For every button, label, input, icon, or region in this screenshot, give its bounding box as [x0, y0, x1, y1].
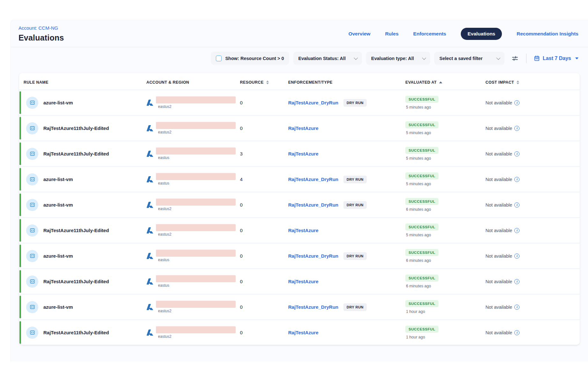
info-icon[interactable]: i [514, 254, 519, 259]
table-row[interactable]: RajTestAzure11thJuly-Edited eastus2 0 Ra… [19, 115, 580, 140]
enforcement-link[interactable]: RajTestAzure [288, 279, 319, 284]
col-resource[interactable]: RESOURCE [236, 80, 284, 85]
col-evaluated-at[interactable]: EVALUATED AT [401, 80, 481, 85]
table-row[interactable]: azure-list-vm eastus 0 RajTestAzure_DryR… [19, 243, 580, 268]
cost-impact-cell: Not available i [481, 228, 580, 233]
module-nav: OverviewRulesEnforcementsEvaluationsReco… [349, 28, 578, 40]
filter-bar: Show: Resource Count > 0 Evaluation Stat… [11, 47, 588, 69]
status-badge: SUCCESSFUL [405, 172, 438, 179]
evaluated-time: 5 minutes ago [405, 131, 481, 135]
evaluated-time: 5 minutes ago [405, 182, 481, 186]
status-badge: SUCCESSFUL [405, 300, 438, 307]
azure-icon [146, 302, 154, 312]
table-row[interactable]: RajTestAzure11thJuly-Edited eastus2 0 Ra… [19, 319, 580, 345]
enforcement-cell: RajTestAzure [284, 279, 401, 284]
date-range-picker[interactable]: Last 7 Days [534, 55, 578, 61]
saved-filter-select[interactable]: Select a saved filter [434, 52, 504, 65]
resource-count: 0 [236, 100, 284, 105]
nav-tab-recommendation-insights[interactable]: Recommendation Insights [517, 31, 578, 37]
nav-tab-rules[interactable]: Rules [385, 31, 399, 37]
calendar-icon [534, 55, 540, 61]
evaluation-status-dropdown[interactable]: Evaluation Status: All [293, 52, 362, 65]
azure-icon [146, 123, 154, 133]
col-rule-name: RULE NAME [19, 80, 142, 85]
cost-impact-cell: Not available i [481, 279, 580, 284]
region-label: eastus2 [156, 130, 236, 134]
table-row[interactable]: RajTestAzure11thJuly-Edited eastus 3 Raj… [19, 140, 580, 166]
cost-impact-cell: Not available i [481, 177, 580, 182]
row-status-accent [19, 117, 21, 140]
col-account-region: ACCOUNT & REGION [142, 80, 236, 85]
cost-impact-cell: Not available i [481, 202, 580, 208]
enforcement-link[interactable]: RajTestAzure_DryRun [288, 202, 338, 208]
redacted-account-name [156, 250, 236, 257]
enforcement-link[interactable]: RajTestAzure [288, 151, 319, 156]
rule-icon [26, 250, 38, 262]
info-icon[interactable]: i [514, 151, 519, 156]
date-range-value: Last 7 Days [543, 56, 571, 61]
redacted-account-name [156, 122, 236, 129]
col-cost-impact[interactable]: COST IMPACT [481, 80, 580, 85]
redacted-account-name [156, 96, 236, 103]
redacted-account-name [156, 148, 236, 155]
info-icon[interactable]: i [514, 279, 519, 284]
enforcement-link[interactable]: RajTestAzure [288, 330, 319, 335]
rule-name: azure-list-vm [43, 253, 73, 259]
cost-impact-value: Not available [486, 151, 512, 156]
sort-icon[interactable] [517, 80, 519, 85]
enforcement-link[interactable]: RajTestAzure [288, 228, 319, 233]
cost-impact-value: Not available [486, 254, 512, 259]
region-label: eastus2 [156, 309, 236, 313]
account-region-cell: eastus [142, 275, 236, 288]
region-label: eastus2 [156, 232, 236, 237]
status-badge: SUCCESSFUL [405, 121, 438, 128]
table-row[interactable]: azure-list-vm eastus 4 RajTestAzure_DryR… [19, 166, 580, 192]
status-badge: SUCCESSFUL [405, 275, 438, 282]
info-icon[interactable]: i [514, 100, 519, 105]
info-icon[interactable]: i [514, 126, 519, 131]
info-icon[interactable]: i [514, 177, 519, 182]
row-status-accent [19, 296, 21, 318]
enforcement-link[interactable]: RajTestAzure_DryRun [288, 177, 338, 182]
enforcement-link[interactable]: RajTestAzure_DryRun [288, 100, 338, 105]
evaluation-type-dropdown[interactable]: Evaluation type: All [366, 52, 430, 65]
nav-tab-enforcements[interactable]: Enforcements [413, 31, 446, 37]
evaluated-at-cell: SUCCESSFUL 1 hour ago [401, 300, 481, 314]
page-header: Account: CCM-NG Evaluations OverviewRule… [11, 20, 588, 47]
filter-settings-icon[interactable] [511, 55, 519, 62]
info-icon[interactable]: i [514, 202, 519, 208]
redacted-account-name [156, 301, 236, 308]
enforcement-link[interactable]: RajTestAzure [288, 125, 319, 131]
table-row[interactable]: azure-list-vm eastus2 0 RajTestAzure_Dry… [19, 294, 580, 319]
evaluated-time: 6 minutes ago [405, 284, 481, 288]
sort-icon[interactable] [266, 80, 269, 85]
account-meta: eastus [156, 173, 236, 185]
rule-icon [26, 301, 38, 313]
account-breadcrumb[interactable]: Account: CCM-NG [18, 25, 64, 31]
region-label: eastus2 [156, 207, 236, 211]
table-row[interactable]: RajTestAzure11thJuly-Edited eastus2 0 Ra… [19, 217, 580, 243]
rule-cell: RajTestAzure11thJuly-Edited [19, 148, 142, 160]
enforcement-link[interactable]: RajTestAzure_DryRun [288, 304, 338, 310]
rule-name: RajTestAzure11thJuly-Edited [43, 228, 109, 233]
table-row[interactable]: azure-list-vm eastus2 0 RajTestAzure_Dry… [19, 192, 580, 217]
nav-tab-overview[interactable]: Overview [349, 31, 371, 37]
table-row[interactable]: azure-list-vm eastus2 0 RajTestAzure_Dry… [19, 89, 580, 115]
rule-cell: azure-list-vm [19, 301, 142, 313]
table-row[interactable]: RajTestAzure11thJuly-Edited eastus 0 Raj… [19, 268, 580, 294]
region-label: eastus [156, 283, 236, 288]
status-badge: SUCCESSFUL [405, 198, 438, 205]
enforcement-link[interactable]: RajTestAzure_DryRun [288, 253, 338, 259]
info-icon[interactable]: i [514, 330, 519, 335]
resource-count-checkbox[interactable] [216, 56, 222, 61]
info-icon[interactable]: i [514, 228, 519, 233]
enforcement-cell: RajTestAzure_DryRun DRY RUN [284, 252, 401, 260]
region-label: eastus2 [156, 334, 236, 339]
chevron-down-icon [422, 56, 426, 60]
rule-name: azure-list-vm [43, 100, 73, 105]
resource-count-filter[interactable]: Show: Resource Count > 0 [211, 52, 289, 65]
rule-icon [26, 224, 38, 237]
evaluations-page: Account: CCM-NG Evaluations OverviewRule… [11, 20, 588, 361]
nav-tab-evaluations[interactable]: Evaluations [461, 28, 502, 40]
info-icon[interactable]: i [514, 305, 519, 310]
